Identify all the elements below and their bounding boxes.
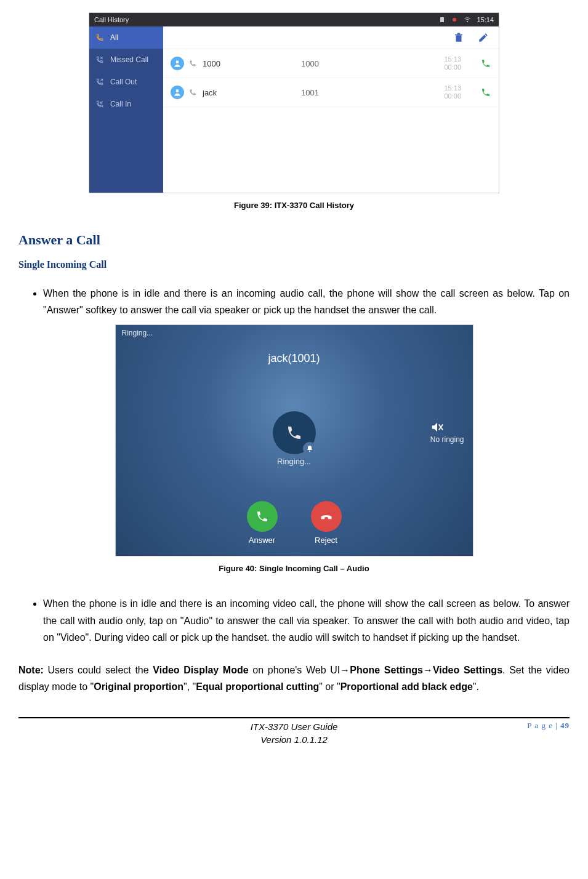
sidebar-item-in[interactable]: Call In <box>89 93 163 115</box>
call-duration: 00:00 <box>406 63 461 71</box>
svg-point-8 <box>309 451 310 452</box>
reject-button[interactable]: Reject <box>302 501 351 545</box>
fig40-incoming-call: Ringing... jack(1001) No ringing Ringing… <box>115 324 473 556</box>
all-calls-icon <box>95 33 104 42</box>
footer-line2: Version 1.0.1.12 <box>74 734 514 746</box>
fig40-caption: Figure 40: Single Incoming Call – Audio <box>18 564 570 573</box>
section-heading: Answer a Call <box>18 232 570 248</box>
sidebar-item-label: All <box>110 33 118 42</box>
bullet-2: When the phone is in idle and there is a… <box>43 595 570 646</box>
fig39-caption: Figure 39: ITX-3370 Call History <box>18 201 570 210</box>
call-name: jack <box>203 88 301 97</box>
sidebar-item-label: Call In <box>110 100 131 108</box>
call-in-icon <box>95 100 104 108</box>
svg-rect-0 <box>440 17 444 22</box>
footer-center: ITX-3370 User Guide Version 1.0.1.12 <box>74 721 514 746</box>
call-type-icon <box>189 89 196 96</box>
note-prefix: Note: <box>18 665 44 675</box>
status-title: Call History <box>94 16 438 23</box>
sim-icon <box>438 16 446 23</box>
ringing-label: Ringing... <box>116 457 473 466</box>
call-row[interactable]: 1000 1000 15:13 00:00 <box>163 49 499 78</box>
avatar-icon <box>171 57 184 70</box>
call-history-toolbar <box>163 26 499 49</box>
sidebar-item-out[interactable]: Call Out <box>89 71 163 93</box>
status-icons: 15:14 <box>438 16 494 23</box>
sidebar-item-missed[interactable]: Missed Call <box>89 49 163 71</box>
delete-icon[interactable] <box>453 32 464 43</box>
footer-page: P a g e | 49 <box>514 721 570 731</box>
wifi-icon <box>463 16 472 23</box>
dial-icon[interactable] <box>480 58 491 69</box>
call-time-hhmm: 15:13 <box>406 84 461 92</box>
sidebar-item-label: Call Out <box>110 78 137 86</box>
reject-label: Reject <box>315 536 337 545</box>
ringing-indicator: Ringing... <box>116 411 473 466</box>
call-time: 15:13 00:00 <box>406 84 461 100</box>
ringing-top-label: Ringing... <box>116 325 473 341</box>
call-out-icon <box>95 78 104 86</box>
record-icon <box>451 16 458 23</box>
sidebar-item-label: Missed Call <box>110 55 148 64</box>
call-history-sidebar: All Missed Call Call Out <box>89 26 163 193</box>
answer-label: Answer <box>249 536 275 545</box>
call-duration: 00:00 <box>406 92 461 100</box>
svg-rect-3 <box>457 33 461 34</box>
call-row[interactable]: jack 1001 15:13 00:00 <box>163 78 499 107</box>
svg-point-1 <box>453 18 456 22</box>
call-type-icon <box>189 60 196 67</box>
call-time-hhmm: 15:13 <box>406 55 461 63</box>
call-ext: 1000 <box>301 59 406 68</box>
footer-line1: ITX-3370 User Guide <box>74 721 514 733</box>
call-name: 1000 <box>203 59 301 68</box>
fig39-call-history: Call History 15:14 <box>89 12 499 193</box>
status-time: 15:14 <box>477 16 494 23</box>
call-history-main: 1000 1000 15:13 00:00 <box>163 26 499 193</box>
status-bar: Call History 15:14 <box>89 13 499 26</box>
svg-point-4 <box>176 60 179 63</box>
bell-badge-icon <box>303 442 316 456</box>
missed-call-icon <box>95 55 104 64</box>
call-time: 15:13 00:00 <box>406 55 461 71</box>
caller-name: jack(1001) <box>116 352 473 365</box>
dial-icon[interactable] <box>480 87 491 98</box>
avatar-icon <box>171 86 184 99</box>
reject-icon <box>311 501 342 532</box>
note-paragraph: Note: Users could select the Video Displ… <box>18 662 570 695</box>
edit-icon[interactable] <box>478 32 489 43</box>
svg-point-2 <box>467 21 469 22</box>
bullet-1: When the phone is in idle and there is a… <box>43 285 570 318</box>
subsection-heading: Single Incoming Call <box>18 259 570 270</box>
answer-button[interactable]: Answer <box>238 501 287 545</box>
svg-point-5 <box>176 89 179 92</box>
call-ext: 1001 <box>301 88 406 97</box>
page-footer: ITX-3370 User Guide Version 1.0.1.12 P a… <box>0 717 588 751</box>
answer-icon <box>247 501 278 532</box>
sidebar-item-all[interactable]: All <box>89 26 163 49</box>
